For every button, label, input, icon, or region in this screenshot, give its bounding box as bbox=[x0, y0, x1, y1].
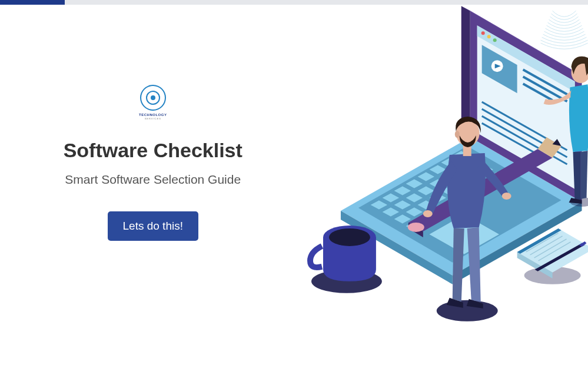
page-title: Software Checklist bbox=[64, 139, 242, 162]
cta-button[interactable]: Lets do this! bbox=[108, 211, 198, 241]
hero-text-column: TECHNOLOGY SERVICES Software Checklist S… bbox=[0, 5, 305, 368]
hero-illustration-column bbox=[305, 5, 588, 368]
svg-point-3 bbox=[481, 31, 485, 35]
logo: TECHNOLOGY SERVICES bbox=[135, 85, 171, 120]
svg-point-5 bbox=[493, 38, 497, 42]
laptop-illustration-icon bbox=[305, 5, 588, 368]
svg-point-15 bbox=[329, 228, 370, 246]
svg-point-27 bbox=[455, 131, 460, 138]
logo-tagline: SERVICES bbox=[145, 117, 161, 120]
progress-bar bbox=[0, 0, 588, 5]
logo-name: TECHNOLOGY bbox=[139, 113, 167, 117]
logo-circle-icon bbox=[140, 85, 166, 111]
svg-point-0 bbox=[437, 300, 498, 321]
svg-point-23 bbox=[423, 210, 433, 217]
page-subtitle: Smart Software Selection Guide bbox=[65, 173, 241, 187]
svg-point-4 bbox=[487, 35, 491, 38]
progress-fill bbox=[0, 0, 65, 5]
svg-point-24 bbox=[502, 193, 511, 200]
main-content: TECHNOLOGY SERVICES Software Checklist S… bbox=[0, 5, 588, 368]
svg-point-20 bbox=[408, 223, 424, 232]
